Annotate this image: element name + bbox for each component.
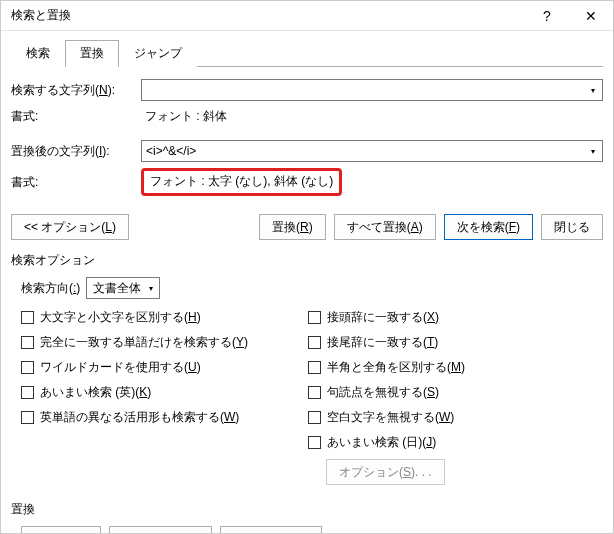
no-formatting-button[interactable]: 書式の削除(T) xyxy=(220,526,321,534)
options-less-button[interactable]: << オプション(L) xyxy=(11,214,129,240)
check-suffix[interactable]: 接尾辞に一致する(T) xyxy=(308,334,465,351)
search-options-label: 検索オプション xyxy=(11,252,603,269)
footer-buttons: 書式(O)▼ 特殊文字(E)▼ 書式の削除(T) xyxy=(21,526,603,534)
checkbox-icon xyxy=(21,311,34,324)
replace-button[interactable]: 置換(R) xyxy=(259,214,326,240)
search-direction-label: 検索方向(:) xyxy=(21,280,80,297)
search-direction-field: 検索方向(:) 文書全体 ▾ xyxy=(21,277,603,299)
chevron-down-icon[interactable]: ▾ xyxy=(585,142,601,160)
replace-format-label: 書式: xyxy=(11,174,141,191)
tab-strip: 検索 置換 ジャンプ xyxy=(11,39,603,67)
chevron-down-icon[interactable]: ▾ xyxy=(144,279,158,297)
chevron-down-icon[interactable]: ▾ xyxy=(585,81,601,99)
titlebar: 検索と置換 ? ✕ xyxy=(1,1,613,31)
replace-footer: 置換 書式(O)▼ 特殊文字(E)▼ 書式の削除(T) xyxy=(11,501,603,534)
find-format-label: 書式: xyxy=(11,108,141,125)
main-button-row: << オプション(L) 置換(R) すべて置換(A) 次を検索(F) 閉じる xyxy=(11,214,603,240)
checkbox-icon xyxy=(308,361,321,374)
replace-format-row: 書式: フォント : 太字 (なし), 斜体 (なし) xyxy=(11,168,603,196)
checkbox-icon xyxy=(21,386,34,399)
checkbox-icon xyxy=(308,386,321,399)
footer-section-label: 置換 xyxy=(11,501,603,518)
checkbox-icon xyxy=(308,311,321,324)
find-input[interactable]: ▾ xyxy=(141,79,603,101)
window-title: 検索と置換 xyxy=(11,7,525,24)
close-button[interactable]: 閉じる xyxy=(541,214,603,240)
help-button[interactable]: ? xyxy=(525,1,569,30)
search-direction-select[interactable]: 文書全体 ▾ xyxy=(86,277,160,299)
fuzzy-options-button[interactable]: オプション(S). . . xyxy=(326,459,445,485)
replace-format-value: フォント : 太字 (なし), 斜体 (なし) xyxy=(150,174,333,188)
checkbox-icon xyxy=(308,411,321,424)
check-whitespace[interactable]: 空白文字を無視する(W) xyxy=(308,409,465,426)
check-punct[interactable]: 句読点を無視する(S) xyxy=(308,384,465,401)
find-format-row: 書式: フォント : 斜体 xyxy=(11,107,603,126)
replace-row: 置換後の文字列(I): <i>^&</i> ▾ xyxy=(11,140,603,162)
check-fuzzy-en[interactable]: あいまい検索 (英)(K) xyxy=(21,384,248,401)
tab-search[interactable]: 検索 xyxy=(11,40,65,67)
check-fuzzy-jp[interactable]: あいまい検索 (日)(J) xyxy=(308,434,465,451)
tab-replace[interactable]: 置換 xyxy=(65,40,119,67)
replace-all-button[interactable]: すべて置換(A) xyxy=(334,214,436,240)
options-col-right: 接頭辞に一致する(X) 接尾辞に一致する(T) 半角と全角を区別する(M) 句読… xyxy=(308,309,465,485)
find-label: 検索する文字列(N): xyxy=(11,82,141,99)
close-window-button[interactable]: ✕ xyxy=(569,1,613,30)
checkbox-icon xyxy=(308,336,321,349)
tab-jump[interactable]: ジャンプ xyxy=(119,40,197,67)
checkbox-icon xyxy=(21,411,34,424)
options-columns: 大文字と小文字を区別する(H) 完全に一致する単語だけを検索する(Y) ワイルド… xyxy=(21,309,603,485)
dialog-content: 検索 置換 ジャンプ 検索する文字列(N): ▾ 書式: フォント : 斜体 置… xyxy=(1,31,613,534)
check-wildcard[interactable]: ワイルドカードを使用する(U) xyxy=(21,359,248,376)
checkbox-icon xyxy=(21,361,34,374)
find-next-button[interactable]: 次を検索(F) xyxy=(444,214,533,240)
replace-format-highlight: フォント : 太字 (なし), 斜体 (なし) xyxy=(141,168,342,196)
check-whole-word[interactable]: 完全に一致する単語だけを検索する(Y) xyxy=(21,334,248,351)
replace-input[interactable]: <i>^&</i> ▾ xyxy=(141,140,603,162)
find-format-value: フォント : 斜体 xyxy=(141,107,231,126)
checkbox-icon xyxy=(308,436,321,449)
replace-label: 置換後の文字列(I): xyxy=(11,143,141,160)
check-width[interactable]: 半角と全角を区別する(M) xyxy=(308,359,465,376)
check-prefix[interactable]: 接頭辞に一致する(X) xyxy=(308,309,465,326)
options-col-left: 大文字と小文字を区別する(H) 完全に一致する単語だけを検索する(Y) ワイルド… xyxy=(21,309,248,485)
check-word-forms[interactable]: 英単語の異なる活用形も検索する(W) xyxy=(21,409,248,426)
check-match-case[interactable]: 大文字と小文字を区別する(H) xyxy=(21,309,248,326)
find-row: 検索する文字列(N): ▾ xyxy=(11,79,603,101)
format-menu-button[interactable]: 書式(O)▼ xyxy=(21,526,101,534)
special-menu-button[interactable]: 特殊文字(E)▼ xyxy=(109,526,212,534)
checkbox-icon xyxy=(21,336,34,349)
